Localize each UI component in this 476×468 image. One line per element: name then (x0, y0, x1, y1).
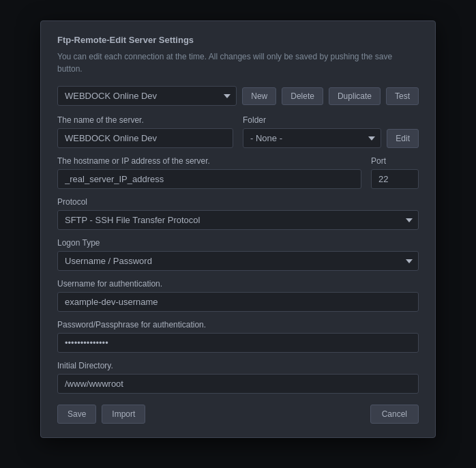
hostname-port-row: The hostname or IP address of the server… (57, 156, 419, 189)
port-field: Port (371, 156, 419, 189)
dialog-title: Ftp-Remote-Edit Server Settings (57, 35, 419, 45)
server-select[interactable]: WEBDOCK Online Dev (57, 86, 237, 106)
port-input[interactable] (371, 169, 419, 189)
save-button[interactable]: Save (57, 405, 96, 424)
logon-type-label: Logon Type (57, 238, 419, 248)
hostname-field: The hostname or IP address of the server… (57, 156, 361, 189)
footer-buttons: Save Import Cancel (57, 405, 419, 424)
dialog-description: You can edit each connection at the time… (57, 50, 419, 75)
username-label: Username for authentication. (57, 279, 419, 289)
initial-directory-input[interactable] (57, 374, 419, 394)
username-input[interactable] (57, 292, 419, 312)
initial-directory-label: Initial Directory. (57, 361, 419, 370)
footer-left-buttons: Save Import (57, 405, 145, 424)
password-group: Password/Passphrase for authentication. (57, 320, 419, 353)
new-button[interactable]: New (242, 87, 276, 105)
test-button[interactable]: Test (386, 87, 419, 105)
logon-type-group: Logon Type Username / Password Key file … (57, 238, 419, 271)
folder-field: Folder - None - Edit (243, 115, 419, 148)
server-name-label: The name of the server. (57, 115, 233, 125)
protocol-label: Protocol (57, 197, 419, 207)
username-group: Username for authentication. (57, 279, 419, 312)
server-name-field: The name of the server. (57, 115, 233, 148)
password-input[interactable] (57, 333, 419, 353)
folder-row: - None - Edit (243, 128, 419, 148)
delete-button[interactable]: Delete (282, 87, 323, 105)
name-folder-row: The name of the server. Folder - None - … (57, 115, 419, 148)
cancel-button[interactable]: Cancel (370, 405, 419, 424)
folder-edit-button[interactable]: Edit (387, 129, 419, 148)
password-label: Password/Passphrase for authentication. (57, 320, 419, 330)
import-button[interactable]: Import (102, 405, 145, 424)
protocol-select[interactable]: SFTP - SSH File Transfer Protocol FTP - … (57, 210, 419, 230)
hostname-label: The hostname or IP address of the server… (57, 156, 361, 166)
server-name-input[interactable] (57, 128, 233, 148)
protocol-group: Protocol SFTP - SSH File Transfer Protoc… (57, 197, 419, 230)
server-settings-dialog: Ftp-Remote-Edit Server Settings You can … (40, 20, 436, 438)
server-selector-row: WEBDOCK Online Dev New Delete Duplicate … (57, 86, 419, 106)
duplicate-button[interactable]: Duplicate (329, 87, 381, 105)
logon-type-select[interactable]: Username / Password Key file Anonymous (57, 251, 419, 271)
folder-label: Folder (243, 115, 419, 125)
port-label: Port (371, 156, 419, 166)
hostname-input[interactable] (57, 169, 361, 189)
initial-directory-group: Initial Directory. (57, 361, 419, 394)
folder-select[interactable]: - None - (243, 128, 381, 148)
